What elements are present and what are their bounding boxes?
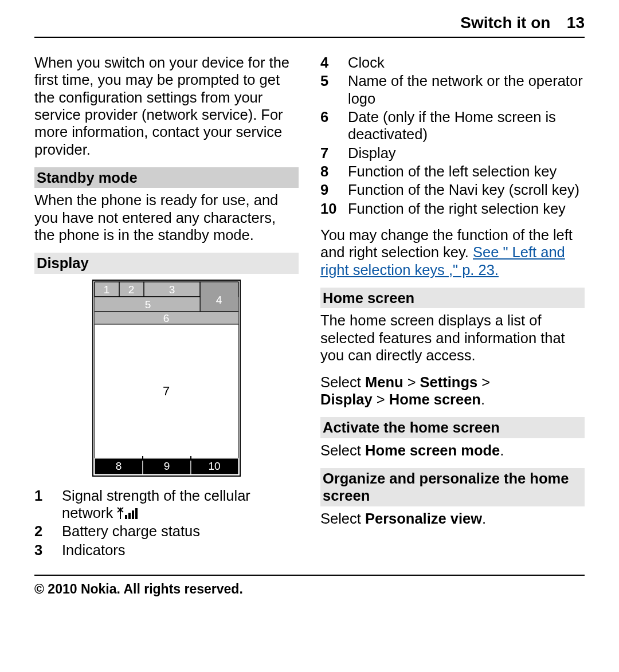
activate-text: Select Home screen mode. [320,442,585,459]
standby-text: When the phone is ready for use, and you… [34,191,299,243]
right-numbered-list: 4 Clock 5 Name of the network or the ope… [320,54,585,217]
diagram-label-8: 8 [116,460,122,472]
list-item: Name of the network or the operator logo [348,72,585,107]
list-item: Function of the right selection key [348,200,585,217]
list-num: 3 [34,541,56,559]
phone-display-diagram: 1 2 3 4 5 6 7 8 9 10 [92,280,241,477]
svg-rect-18 [125,515,127,519]
diagram-label-3: 3 [169,284,175,296]
home-screen-heading: Home screen [320,288,585,308]
list-num: 1 [34,487,56,522]
diagram-label-5: 5 [145,298,151,311]
list-num: 8 [320,163,342,180]
page-header: Switch it on 13 [34,14,585,38]
organize-heading: Organize and personalize the home screen [320,468,585,506]
change-function-text: You may change the function of the left … [320,226,585,278]
svg-rect-20 [132,510,134,519]
list-item: Display [348,144,585,162]
diagram-label-7: 7 [163,384,170,398]
menu-path: Select Menu > Settings > Display > Home … [320,374,585,408]
svg-rect-21 [135,508,138,519]
page-number: 13 [567,14,585,32]
diagram-label-9: 9 [164,460,170,472]
footer: © 2010 Nokia. All rights reserved. [34,575,585,597]
list-item: Battery charge status [62,522,299,540]
list-item: Signal strength of the cellular network [62,487,299,522]
intro-paragraph: When you switch on your device for the f… [34,54,299,158]
standby-heading: Standby mode [34,167,299,188]
display-heading: Display [34,253,299,273]
list-item: Date (only if the Home screen is deactiv… [348,108,585,143]
copyright: © 2010 Nokia. All rights reserved. [34,581,585,597]
activate-heading: Activate the home screen [320,417,585,438]
section-title: Switch it on [460,14,550,32]
list-item: Indicators [62,541,299,559]
list-num: 5 [320,72,342,107]
list-num: 4 [320,54,342,71]
home-screen-text: The home screen displays a list of selec… [320,312,585,364]
list-item: Function of the left selection key [348,163,585,180]
diagram-label-4: 4 [216,294,222,306]
display-diagram: 1 2 3 4 5 6 7 8 9 10 [34,280,299,477]
content-columns: When you switch on your device for the f… [34,54,585,559]
left-numbered-list: 1 Signal strength of the cellular networ… [34,487,299,559]
diagram-label-1: 1 [104,284,110,296]
left-column: When you switch on your device for the f… [34,54,299,559]
list-num: 10 [320,200,342,217]
diagram-label-2: 2 [128,284,135,296]
list-num: 9 [320,181,342,198]
list-item: Clock [348,54,585,71]
list-num: 2 [34,522,56,540]
signal-icon [117,505,141,520]
organize-text: Select Personalize view. [320,510,585,527]
list-num: 6 [320,108,342,143]
list-num: 7 [320,144,342,162]
diagram-label-10: 10 [208,460,220,472]
diagram-label-6: 6 [163,312,170,324]
right-column: 4 Clock 5 Name of the network or the ope… [320,54,585,559]
manual-page: Switch it on 13 When you switch on your … [0,0,619,608]
svg-rect-19 [128,513,131,519]
list-item: Function of the Navi key (scroll key) [348,181,585,198]
